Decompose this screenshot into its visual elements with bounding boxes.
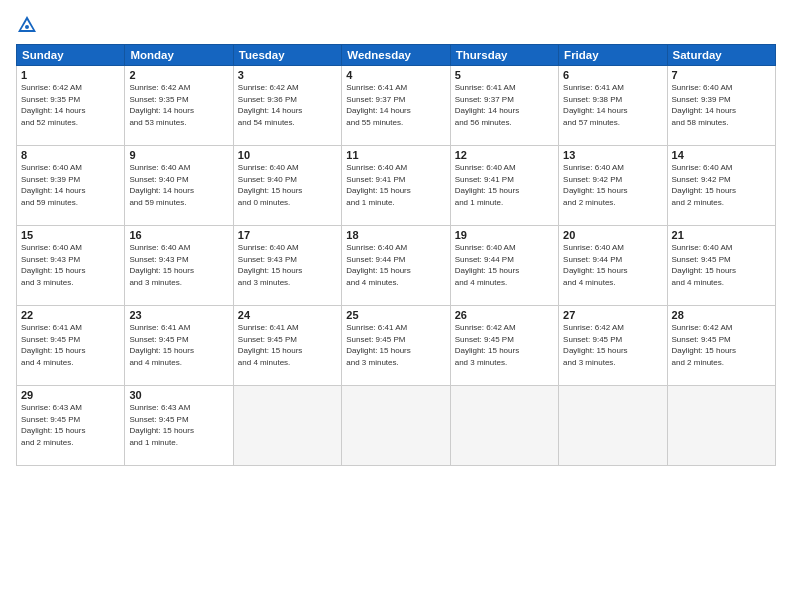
column-header-friday: Friday [559, 45, 667, 66]
cell-text: Sunrise: 6:40 AM Sunset: 9:43 PM Dayligh… [238, 242, 337, 288]
week-row-2: 8Sunrise: 6:40 AM Sunset: 9:39 PM Daylig… [17, 146, 776, 226]
logo [16, 14, 42, 36]
calendar-cell: 30Sunrise: 6:43 AM Sunset: 9:45 PM Dayli… [125, 386, 233, 466]
calendar-cell: 17Sunrise: 6:40 AM Sunset: 9:43 PM Dayli… [233, 226, 341, 306]
day-number: 29 [21, 389, 120, 401]
day-number: 4 [346, 69, 445, 81]
column-header-monday: Monday [125, 45, 233, 66]
calendar-cell: 1Sunrise: 6:42 AM Sunset: 9:35 PM Daylig… [17, 66, 125, 146]
day-number: 24 [238, 309, 337, 321]
cell-text: Sunrise: 6:40 AM Sunset: 9:44 PM Dayligh… [346, 242, 445, 288]
calendar-cell: 21Sunrise: 6:40 AM Sunset: 9:45 PM Dayli… [667, 226, 775, 306]
calendar-cell: 24Sunrise: 6:41 AM Sunset: 9:45 PM Dayli… [233, 306, 341, 386]
calendar-cell: 2Sunrise: 6:42 AM Sunset: 9:35 PM Daylig… [125, 66, 233, 146]
day-number: 9 [129, 149, 228, 161]
day-number: 30 [129, 389, 228, 401]
cell-text: Sunrise: 6:41 AM Sunset: 9:45 PM Dayligh… [21, 322, 120, 368]
svg-point-2 [25, 25, 29, 29]
calendar-cell [667, 386, 775, 466]
calendar-cell: 22Sunrise: 6:41 AM Sunset: 9:45 PM Dayli… [17, 306, 125, 386]
week-row-1: 1Sunrise: 6:42 AM Sunset: 9:35 PM Daylig… [17, 66, 776, 146]
calendar-cell: 25Sunrise: 6:41 AM Sunset: 9:45 PM Dayli… [342, 306, 450, 386]
cell-text: Sunrise: 6:41 AM Sunset: 9:38 PM Dayligh… [563, 82, 662, 128]
day-number: 3 [238, 69, 337, 81]
day-number: 10 [238, 149, 337, 161]
header [16, 14, 776, 36]
calendar-cell: 27Sunrise: 6:42 AM Sunset: 9:45 PM Dayli… [559, 306, 667, 386]
cell-text: Sunrise: 6:40 AM Sunset: 9:42 PM Dayligh… [672, 162, 771, 208]
cell-text: Sunrise: 6:40 AM Sunset: 9:42 PM Dayligh… [563, 162, 662, 208]
day-number: 2 [129, 69, 228, 81]
cell-text: Sunrise: 6:40 AM Sunset: 9:44 PM Dayligh… [563, 242, 662, 288]
week-row-3: 15Sunrise: 6:40 AM Sunset: 9:43 PM Dayli… [17, 226, 776, 306]
calendar-cell [450, 386, 558, 466]
cell-text: Sunrise: 6:40 AM Sunset: 9:40 PM Dayligh… [129, 162, 228, 208]
column-header-sunday: Sunday [17, 45, 125, 66]
logo-icon [16, 14, 38, 36]
calendar-cell: 15Sunrise: 6:40 AM Sunset: 9:43 PM Dayli… [17, 226, 125, 306]
calendar-table: SundayMondayTuesdayWednesdayThursdayFrid… [16, 44, 776, 466]
day-number: 14 [672, 149, 771, 161]
calendar-cell: 4Sunrise: 6:41 AM Sunset: 9:37 PM Daylig… [342, 66, 450, 146]
day-number: 19 [455, 229, 554, 241]
calendar-cell: 19Sunrise: 6:40 AM Sunset: 9:44 PM Dayli… [450, 226, 558, 306]
calendar-cell: 26Sunrise: 6:42 AM Sunset: 9:45 PM Dayli… [450, 306, 558, 386]
cell-text: Sunrise: 6:42 AM Sunset: 9:35 PM Dayligh… [21, 82, 120, 128]
cell-text: Sunrise: 6:40 AM Sunset: 9:39 PM Dayligh… [21, 162, 120, 208]
day-number: 26 [455, 309, 554, 321]
day-number: 25 [346, 309, 445, 321]
day-number: 11 [346, 149, 445, 161]
cell-text: Sunrise: 6:41 AM Sunset: 9:37 PM Dayligh… [455, 82, 554, 128]
cell-text: Sunrise: 6:42 AM Sunset: 9:36 PM Dayligh… [238, 82, 337, 128]
day-number: 7 [672, 69, 771, 81]
calendar-header-row: SundayMondayTuesdayWednesdayThursdayFrid… [17, 45, 776, 66]
calendar-cell: 29Sunrise: 6:43 AM Sunset: 9:45 PM Dayli… [17, 386, 125, 466]
calendar-cell [233, 386, 341, 466]
cell-text: Sunrise: 6:41 AM Sunset: 9:37 PM Dayligh… [346, 82, 445, 128]
calendar-cell: 18Sunrise: 6:40 AM Sunset: 9:44 PM Dayli… [342, 226, 450, 306]
calendar-cell: 7Sunrise: 6:40 AM Sunset: 9:39 PM Daylig… [667, 66, 775, 146]
column-header-wednesday: Wednesday [342, 45, 450, 66]
calendar-cell: 5Sunrise: 6:41 AM Sunset: 9:37 PM Daylig… [450, 66, 558, 146]
cell-text: Sunrise: 6:40 AM Sunset: 9:44 PM Dayligh… [455, 242, 554, 288]
cell-text: Sunrise: 6:40 AM Sunset: 9:41 PM Dayligh… [346, 162, 445, 208]
calendar-cell: 13Sunrise: 6:40 AM Sunset: 9:42 PM Dayli… [559, 146, 667, 226]
day-number: 16 [129, 229, 228, 241]
day-number: 13 [563, 149, 662, 161]
cell-text: Sunrise: 6:40 AM Sunset: 9:43 PM Dayligh… [129, 242, 228, 288]
cell-text: Sunrise: 6:40 AM Sunset: 9:43 PM Dayligh… [21, 242, 120, 288]
day-number: 23 [129, 309, 228, 321]
calendar-cell: 12Sunrise: 6:40 AM Sunset: 9:41 PM Dayli… [450, 146, 558, 226]
cell-text: Sunrise: 6:42 AM Sunset: 9:45 PM Dayligh… [672, 322, 771, 368]
calendar-cell [559, 386, 667, 466]
day-number: 8 [21, 149, 120, 161]
day-number: 5 [455, 69, 554, 81]
calendar-cell: 23Sunrise: 6:41 AM Sunset: 9:45 PM Dayli… [125, 306, 233, 386]
calendar-cell: 14Sunrise: 6:40 AM Sunset: 9:42 PM Dayli… [667, 146, 775, 226]
day-number: 27 [563, 309, 662, 321]
cell-text: Sunrise: 6:41 AM Sunset: 9:45 PM Dayligh… [346, 322, 445, 368]
cell-text: Sunrise: 6:42 AM Sunset: 9:35 PM Dayligh… [129, 82, 228, 128]
cell-text: Sunrise: 6:41 AM Sunset: 9:45 PM Dayligh… [129, 322, 228, 368]
calendar-cell: 3Sunrise: 6:42 AM Sunset: 9:36 PM Daylig… [233, 66, 341, 146]
page: SundayMondayTuesdayWednesdayThursdayFrid… [0, 0, 792, 612]
day-number: 6 [563, 69, 662, 81]
day-number: 15 [21, 229, 120, 241]
cell-text: Sunrise: 6:43 AM Sunset: 9:45 PM Dayligh… [129, 402, 228, 448]
week-row-4: 22Sunrise: 6:41 AM Sunset: 9:45 PM Dayli… [17, 306, 776, 386]
calendar-cell: 20Sunrise: 6:40 AM Sunset: 9:44 PM Dayli… [559, 226, 667, 306]
day-number: 21 [672, 229, 771, 241]
cell-text: Sunrise: 6:40 AM Sunset: 9:41 PM Dayligh… [455, 162, 554, 208]
calendar-cell: 8Sunrise: 6:40 AM Sunset: 9:39 PM Daylig… [17, 146, 125, 226]
cell-text: Sunrise: 6:41 AM Sunset: 9:45 PM Dayligh… [238, 322, 337, 368]
cell-text: Sunrise: 6:42 AM Sunset: 9:45 PM Dayligh… [563, 322, 662, 368]
day-number: 12 [455, 149, 554, 161]
calendar-cell: 28Sunrise: 6:42 AM Sunset: 9:45 PM Dayli… [667, 306, 775, 386]
day-number: 28 [672, 309, 771, 321]
cell-text: Sunrise: 6:43 AM Sunset: 9:45 PM Dayligh… [21, 402, 120, 448]
column-header-saturday: Saturday [667, 45, 775, 66]
calendar-cell: 11Sunrise: 6:40 AM Sunset: 9:41 PM Dayli… [342, 146, 450, 226]
day-number: 17 [238, 229, 337, 241]
cell-text: Sunrise: 6:40 AM Sunset: 9:45 PM Dayligh… [672, 242, 771, 288]
week-row-5: 29Sunrise: 6:43 AM Sunset: 9:45 PM Dayli… [17, 386, 776, 466]
